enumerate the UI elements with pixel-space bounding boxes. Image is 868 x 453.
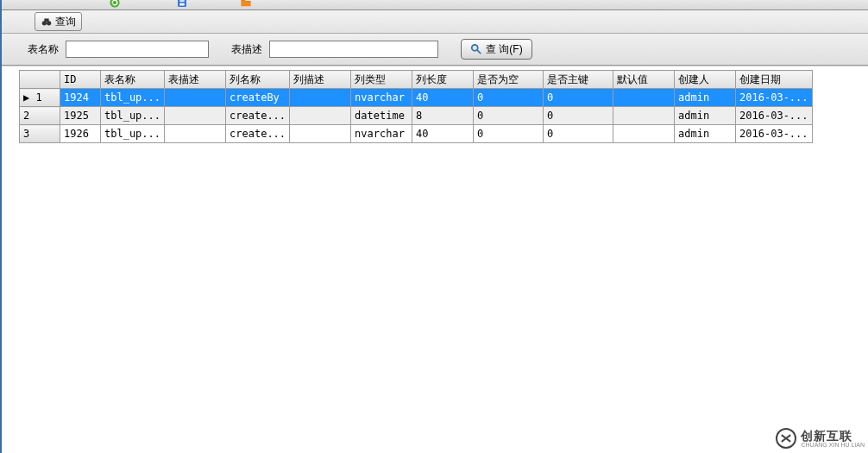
header-col-type[interactable]: 列类型 [351, 71, 412, 89]
cell-col-name[interactable]: create... [226, 107, 290, 125]
cell-create-date[interactable]: 2016-03-... [736, 89, 812, 107]
header-default[interactable]: 默认值 [613, 71, 675, 89]
header-is-null[interactable]: 是否为空 [474, 71, 544, 89]
table-name-input[interactable] [66, 41, 209, 58]
cell-col-desc[interactable] [290, 89, 351, 107]
magnifier-icon [470, 43, 482, 55]
header-corner[interactable] [20, 71, 60, 89]
table-desc-input[interactable] [269, 41, 438, 58]
watermark-sub: CHUANG XIN HU LIAN [801, 442, 865, 448]
cell-col-len[interactable]: 40 [412, 89, 474, 107]
save-icon[interactable] [174, 0, 190, 9]
table-row[interactable]: ▶ 11924tbl_up...createBynvarchar4000admi… [20, 89, 813, 107]
cell-creator[interactable]: admin [675, 89, 736, 107]
svg-line-8 [477, 50, 481, 53]
cell-is-null[interactable]: 0 [474, 107, 544, 125]
cell-default[interactable] [613, 89, 675, 107]
sub-toolbar: 查询 [2, 10, 868, 34]
cell-table-name[interactable]: tbl_up... [101, 125, 165, 143]
watermark-logo-icon [775, 427, 797, 450]
table-row[interactable]: 31926tbl_up...create...nvarchar4000admin… [20, 125, 813, 143]
refresh-icon[interactable] [107, 0, 123, 9]
header-creator[interactable]: 创建人 [675, 71, 736, 89]
cell-col-len[interactable]: 8 [412, 107, 474, 125]
cell-col-name[interactable]: createBy [226, 89, 290, 107]
watermark: 创新互联 CHUANG XIN HU LIAN [775, 427, 865, 450]
cell-table-name[interactable]: tbl_up... [101, 107, 165, 125]
header-col-name[interactable]: 列名称 [226, 71, 290, 89]
cell-id[interactable]: 1924 [60, 89, 101, 107]
filter-bar: 表名称 表描述 查 询(F) [2, 34, 868, 66]
svg-rect-2 [179, 3, 185, 6]
cell-create-date[interactable]: 2016-03-... [736, 125, 812, 143]
header-col-desc[interactable]: 列描述 [290, 71, 351, 89]
cell-is-null[interactable]: 0 [474, 125, 544, 143]
cell-default[interactable] [613, 125, 675, 143]
cell-col-len[interactable]: 40 [412, 125, 474, 143]
cell-table-desc[interactable] [165, 125, 226, 143]
grid-area: ID 表名称 表描述 列名称 列描述 列类型 列长度 是否为空 是否主键 默认值… [2, 66, 868, 453]
table-name-label: 表名称 [28, 42, 59, 57]
header-col-len[interactable]: 列长度 [412, 71, 474, 89]
cell-col-desc[interactable] [290, 125, 351, 143]
cell-creator[interactable]: admin [675, 107, 736, 125]
svg-rect-3 [179, 0, 185, 2]
top-toolbar [2, 0, 868, 10]
table-row[interactable]: 21925tbl_up...create...datetime800admin2… [20, 107, 813, 125]
watermark-main: 创新互联 [801, 430, 865, 442]
query-button-label: 查询 [55, 15, 76, 29]
cell-default[interactable] [613, 107, 675, 125]
cell-id[interactable]: 1926 [60, 125, 101, 143]
cell-is-pk[interactable]: 0 [544, 107, 613, 125]
header-id[interactable]: ID [60, 71, 101, 89]
cell-creator[interactable]: admin [675, 125, 736, 143]
cell-table-desc[interactable] [165, 107, 226, 125]
folder-icon[interactable] [238, 0, 254, 9]
cell-col-type[interactable]: nvarchar [351, 89, 412, 107]
row-header[interactable]: 3 [20, 125, 60, 143]
cell-is-pk[interactable]: 0 [544, 89, 613, 107]
svg-rect-6 [44, 19, 48, 22]
header-table-desc[interactable]: 表描述 [165, 71, 226, 89]
header-create-date[interactable]: 创建日期 [736, 71, 812, 89]
row-header[interactable]: ▶ 1 [20, 89, 60, 107]
row-header[interactable]: 2 [20, 107, 60, 125]
cell-id[interactable]: 1925 [60, 107, 101, 125]
cell-col-desc[interactable] [290, 107, 351, 125]
cell-is-pk[interactable]: 0 [544, 125, 613, 143]
header-is-pk[interactable]: 是否主键 [544, 71, 613, 89]
cell-table-name[interactable]: tbl_up... [101, 89, 165, 107]
cell-table-desc[interactable] [165, 89, 226, 107]
table-desc-label: 表描述 [231, 42, 262, 57]
search-button-label: 查 询(F) [486, 42, 523, 57]
header-table-name[interactable]: 表名称 [101, 71, 165, 89]
svg-point-7 [472, 45, 478, 51]
search-button[interactable]: 查 询(F) [461, 39, 532, 60]
header-row: ID 表名称 表描述 列名称 列描述 列类型 列长度 是否为空 是否主键 默认值… [20, 71, 813, 89]
cell-col-type[interactable]: nvarchar [351, 125, 412, 143]
cell-create-date[interactable]: 2016-03-... [736, 107, 812, 125]
cell-is-null[interactable]: 0 [474, 89, 544, 107]
cell-col-type[interactable]: datetime [351, 107, 412, 125]
svg-point-0 [110, 0, 119, 8]
cell-col-name[interactable]: create... [226, 125, 290, 143]
binoculars-icon [41, 16, 53, 28]
data-grid[interactable]: ID 表名称 表描述 列名称 列描述 列类型 列长度 是否为空 是否主键 默认值… [19, 70, 813, 143]
query-button[interactable]: 查询 [35, 12, 82, 31]
